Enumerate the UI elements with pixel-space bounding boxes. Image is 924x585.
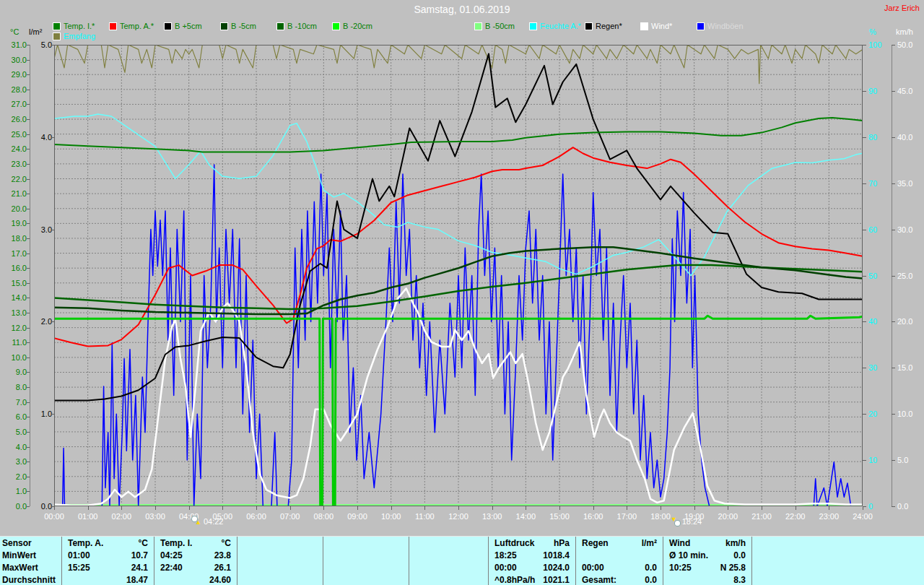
percent-tick-mark <box>863 368 866 368</box>
table-header-cell <box>752 537 924 549</box>
kmh-tick-mark <box>892 506 895 507</box>
celsius-tick-mark <box>27 432 30 433</box>
legend-swatch-icon <box>640 22 648 30</box>
plot-area[interactable] <box>54 45 863 506</box>
celsius-tick-label: 25.0 <box>2 130 27 139</box>
kmh-tick-mark <box>892 414 895 415</box>
table-cell <box>323 561 409 573</box>
x-axis-tick-mark <box>661 506 661 510</box>
table-header-unit: km/h <box>725 538 746 548</box>
kmh-tick-label: 10.0 <box>897 410 922 418</box>
celsius-tick-label: 13.0 <box>2 308 27 317</box>
x-axis-label: 17:00 <box>611 512 642 521</box>
celsius-tick-mark <box>27 283 30 284</box>
table-header-unit: hPa <box>554 538 570 548</box>
table-header-cell: Temp. I.°C <box>154 537 237 549</box>
table-cell <box>323 573 409 585</box>
table-header-unit: l/m² <box>642 538 657 548</box>
celsius-tick-label: 10.0 <box>2 353 27 362</box>
table-cell <box>237 573 323 585</box>
x-axis-tick-mark <box>88 506 89 510</box>
table-column-empty <box>323 537 409 585</box>
legend-item-temp-a-[interactable]: Temp. A.* <box>109 22 154 30</box>
table-cell <box>409 561 488 573</box>
series-windboeen <box>63 165 863 506</box>
lm2-tick-mark <box>51 321 54 322</box>
legend-item-b-5cm[interactable]: B +5cm <box>164 22 202 30</box>
legend-item-empfang[interactable]: Empfang <box>53 32 95 40</box>
table-column-empty <box>752 537 924 585</box>
x-axis-tick-mark <box>593 506 594 510</box>
legend-item-windb-en[interactable]: Windböen <box>697 22 744 30</box>
legend-item-b-50cm[interactable]: B -50cm <box>474 22 515 30</box>
x-axis-label: 20:00 <box>712 512 744 521</box>
table-header-sensor: Temp. I. <box>160 538 192 548</box>
table-cell-value: 0.0 <box>645 575 657 585</box>
table-cell: 04:2523.8 <box>154 549 237 561</box>
table-header-cell: Temp. A.°C <box>62 537 154 549</box>
kmh-tick-label: 35.0 <box>897 179 922 188</box>
legend-label: B -10cm <box>287 22 317 30</box>
table-header-cell: Windkm/h <box>663 537 751 549</box>
legend-item-regen-[interactable]: Regen* <box>585 22 622 30</box>
kmh-tick-label: 45.0 <box>897 87 922 95</box>
celsius-tick-mark <box>27 387 30 388</box>
x-axis-tick-mark <box>222 506 223 510</box>
percent-tick-label: 90 <box>868 87 890 95</box>
table-cell-value: 24.1 <box>131 563 148 573</box>
table-column-temp-a-: Temp. A.°C01:0010.715:2524.118.47 <box>62 537 154 585</box>
percent-tick-label: 60 <box>868 225 890 234</box>
table-cell-value: 1018.4 <box>543 550 570 560</box>
page-title: Samstag, 01.06.2019 <box>0 4 924 15</box>
celsius-tick-mark <box>27 254 30 254</box>
x-axis-label: 08:00 <box>308 512 339 521</box>
legend-swatch-icon <box>53 22 61 30</box>
celsius-tick-label: 30.0 <box>2 56 27 64</box>
celsius-tick-label: 14.0 <box>2 293 27 302</box>
table-cell-time: ^0.8hPa/h <box>494 575 535 585</box>
celsius-tick-label: 27.0 <box>2 100 27 108</box>
legend-item-temp-i-[interactable]: Temp. I.* <box>53 22 95 30</box>
celsius-tick-mark <box>27 60 30 61</box>
celsius-tick-mark <box>27 491 30 492</box>
table-header-sensor: Regen <box>582 538 609 548</box>
lm2-tick-mark <box>51 45 54 46</box>
kmh-tick-mark <box>892 321 895 322</box>
legend-item-feuchte-a-[interactable]: Feuchte A.* <box>529 22 581 30</box>
x-axis-label: 06:00 <box>240 512 272 521</box>
table-cell <box>576 549 663 561</box>
legend-label: Wind* <box>651 22 672 30</box>
table-cell <box>409 573 488 585</box>
legend-item-wind-[interactable]: Wind* <box>640 22 672 30</box>
legend-item-b-20cm[interactable]: B -20cm <box>332 22 372 30</box>
x-axis-tick-mark <box>54 506 55 510</box>
table-cell-time: Ø 10 min. <box>669 550 708 560</box>
legend-item-b-5cm[interactable]: B -5cm <box>220 22 256 30</box>
table-cell: 15:2524.1 <box>62 561 154 573</box>
table-cell-time: 15:25 <box>68 563 90 573</box>
x-axis-tick-mark <box>189 506 190 510</box>
x-axis-label: 14:00 <box>510 512 541 521</box>
legend-item-b-10cm[interactable]: B -10cm <box>276 22 317 30</box>
sunrise-marker: ▲ 04:22 <box>192 516 224 526</box>
table-row-label: Sensor <box>0 537 61 549</box>
table-cell-value: 23.8 <box>214 550 231 560</box>
percent-tick-label: 30 <box>868 363 890 372</box>
celsius-tick-label: 19.0 <box>2 219 27 228</box>
table-row-labels-column: SensorMinWertMaxWertDurchschnitt <box>0 537 62 585</box>
celsius-tick-label: 9.0 <box>2 368 27 376</box>
celsius-tick-mark <box>27 104 30 105</box>
legend-swatch-icon <box>220 22 228 30</box>
table-cell: Ø 10 min.0.0 <box>663 549 751 561</box>
percent-tick-label: 0 <box>868 502 890 511</box>
kmh-tick-mark <box>892 137 895 138</box>
table-cell <box>752 549 924 561</box>
sunrise-icon: ▲ <box>192 516 201 526</box>
celsius-tick-label: 2.0 <box>2 472 27 481</box>
legend-swatch-icon <box>697 22 705 30</box>
legend-swatch-icon <box>529 22 537 30</box>
kmh-tick-mark <box>892 460 895 461</box>
kmh-tick-label: 0.0 <box>897 502 922 511</box>
lm2-tick-mark <box>51 230 54 230</box>
lm2-tick-mark <box>51 414 54 415</box>
